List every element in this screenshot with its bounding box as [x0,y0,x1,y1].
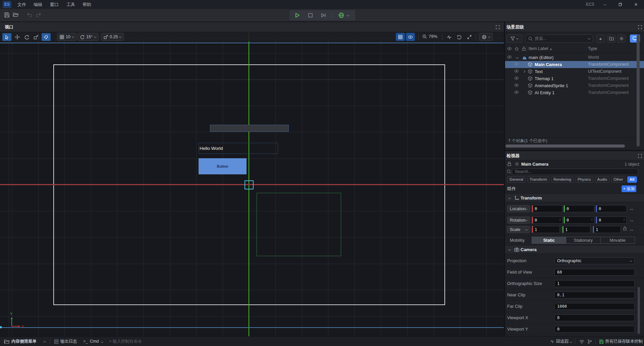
scale-z-field[interactable]: 1 [593,226,621,233]
mobility-movable[interactable]: Movable [601,237,635,243]
visibility-eye-icon[interactable] [514,83,519,87]
rotation-y-field[interactable]: 0° [564,217,594,224]
far-clip-input[interactable]: 1000 [554,303,635,310]
tree-row-main-camera[interactable]: Main Camera TransformComponent [505,61,644,68]
hierarchy-expand-icon[interactable] [638,25,642,29]
lock-icon[interactable] [507,162,512,166]
column-type[interactable]: Type [588,45,597,53]
hierarchy-hscrollbar[interactable] [505,145,625,148]
tree-row-main[interactable]: main (Editor) World [505,54,644,61]
gear-icon[interactable] [515,162,519,166]
menu-tools[interactable]: 工具 [66,0,75,9]
scale-x-field[interactable]: 1 [532,226,560,233]
scale-y-field[interactable]: 1 [562,226,590,233]
scale-dropdown[interactable]: Scale [507,226,530,233]
viewport-expand-icon[interactable] [496,25,500,29]
visibility-eye-icon[interactable] [514,90,519,94]
mobility-stationary[interactable]: Stationary [566,237,600,243]
hierarchy-settings-button[interactable] [617,35,626,43]
tree-row-animatedsprite[interactable]: AnimatedSprite 1 TransformComponent [505,82,644,89]
orthographic-size-input[interactable]: 1 [554,280,635,287]
menu-window[interactable]: 窗口 [50,0,59,9]
projection-dropdown[interactable]: Orthographic [554,257,635,264]
fullscreen-button[interactable] [465,33,474,41]
undo-icon[interactable] [27,12,33,17]
selection-handle[interactable] [245,180,254,189]
mobility-static[interactable]: Static [532,237,566,243]
tree-row-text[interactable]: Text UITextComponent [505,68,644,75]
tab-other[interactable]: Other [611,176,626,183]
location-z-field[interactable]: 0 [596,205,627,212]
new-folder-button[interactable] [607,35,615,43]
visibility-column-icon[interactable] [507,47,512,51]
location-x-field[interactable]: 0 [532,205,562,212]
filter-button[interactable] [506,35,522,43]
tree-row-tilemap[interactable]: Tilemap 1 TransformComponent [505,75,644,82]
stop-button[interactable] [308,12,313,18]
field-of-view-input[interactable]: 60 [554,269,635,276]
maximize-button[interactable] [616,0,623,9]
link-axes-icon[interactable]: ↔ [629,206,634,211]
location-dropdown[interactable]: Location [507,205,530,212]
tab-general[interactable]: General [507,176,526,183]
inspector-vscrollbar[interactable] [638,287,640,334]
version-control-button[interactable]: 版本控制 [626,337,643,346]
add-entity-button[interactable]: + [596,35,605,43]
scale-snap-dropdown[interactable]: 0.25 [101,33,124,41]
save-icon[interactable] [4,12,10,18]
menu-edit[interactable]: 编辑 [34,0,42,9]
viewport-y-input[interactable]: 0 [554,326,635,333]
ui-panel-bar[interactable] [210,125,289,132]
add-component-button[interactable]: + 添加 [622,185,636,192]
step-button[interactable] [321,12,327,18]
grid-snap-dropdown[interactable]: 10 [57,33,76,41]
inspector-search-input[interactable]: Search... [512,169,638,175]
snap-toggle-button[interactable] [42,33,51,41]
output-log-button[interactable]: 输出日志 [60,337,77,346]
tab-all[interactable]: All [627,176,637,183]
wifi-icon[interactable] [579,340,584,344]
near-clip-input[interactable]: 0.1 [554,292,635,298]
visibility-toggle-button[interactable] [406,33,415,41]
select-tool-button[interactable] [2,33,11,41]
move-tool-button[interactable] [13,33,22,41]
branch-icon[interactable] [588,339,592,344]
favorite-column-icon[interactable] [515,47,519,51]
world-view-dropdown[interactable] [479,33,493,41]
zoom-indicator[interactable]: 79% [422,34,437,39]
content-drawer-button[interactable]: 内容侧滑菜单 [11,337,37,346]
scene-canvas[interactable]: Hello World Button Y X [0,32,504,336]
world-globe-icon[interactable] [338,12,344,18]
column-item-label[interactable]: Item Label ▲ [529,45,552,53]
stats-graph-button[interactable] [445,33,453,41]
visibility-eye-icon[interactable] [514,76,519,80]
visibility-eye-icon[interactable] [507,55,512,59]
grid-toggle-button[interactable] [396,33,405,41]
viewport-x-input[interactable]: 0 [554,314,635,321]
rotate-snap-dropdown[interactable]: 15° [77,33,99,41]
lock-column-icon[interactable] [522,47,526,51]
open-folder-icon[interactable] [13,12,19,17]
reset-view-button[interactable] [455,33,464,41]
hierarchy-search-input[interactable]: 搜索... [525,35,593,43]
redo-icon[interactable] [36,12,41,17]
camera-section-header[interactable]: Camera [505,245,644,254]
inspector-expand-icon[interactable] [638,154,642,158]
tree-row-ai-entity[interactable]: AI Entity 1 TransformComponent [505,89,644,96]
location-y-field[interactable]: 0 [564,205,594,212]
console-input[interactable]: > 输入控制台命令 [109,337,142,346]
transform-section-header[interactable]: Transform [505,193,644,202]
rotation-dropdown[interactable]: Rotation [507,217,530,224]
link-axes-icon[interactable]: ↔ [629,227,634,232]
tab-physics[interactable]: Physics [575,176,593,183]
hello-world-textbox[interactable]: Hello World [199,143,278,154]
close-button[interactable]: ✕ [633,0,639,9]
rotation-x-field[interactable]: 0° [532,217,562,224]
trace-button[interactable]: 回追踪 [556,337,569,346]
menu-help[interactable]: 帮助 [83,0,91,9]
tab-rendering[interactable]: Rendering [551,176,574,183]
rotation-z-field[interactable]: 0° [596,217,627,224]
play-button[interactable] [294,12,301,18]
scale-lock-icon[interactable] [623,226,627,231]
rotate-tool-button[interactable] [22,33,31,41]
